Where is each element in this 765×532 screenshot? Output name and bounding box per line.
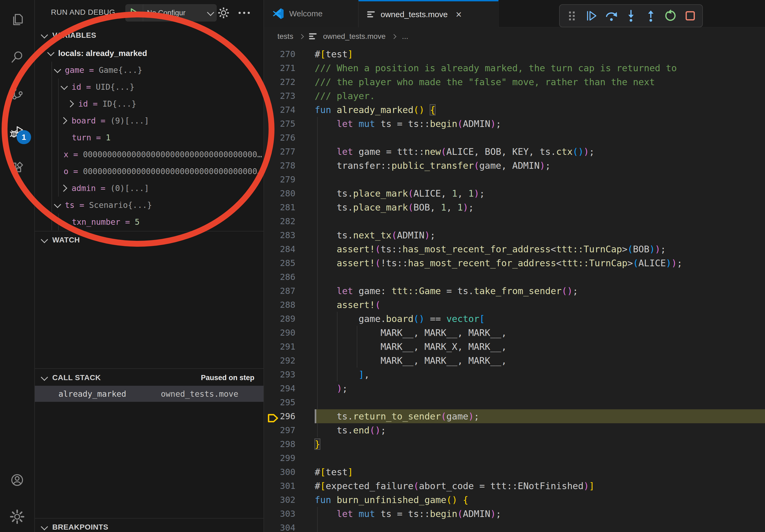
tab-owned-tests-move[interactable]: owned_tests.move×: [359, 0, 498, 27]
line-number[interactable]: 287: [264, 286, 315, 296]
close-icon[interactable]: ×: [456, 9, 461, 20]
line-number[interactable]: 280: [264, 188, 315, 198]
activity-search-icon[interactable]: [0, 42, 34, 72]
code-line-294[interactable]: 294 );: [264, 382, 765, 396]
activity-account-icon[interactable]: [0, 465, 34, 495]
line-number[interactable]: 302: [264, 495, 315, 505]
line-number[interactable]: 276: [264, 133, 315, 143]
variables-scope-row[interactable]: locals: already_marked: [35, 45, 264, 62]
code-line-303[interactable]: 303 let mut ts = ts::begin(ADMIN);: [264, 507, 765, 521]
variables-section-header[interactable]: VARIABLES: [35, 27, 264, 44]
line-number[interactable]: 282: [264, 216, 315, 226]
line-number[interactable]: 283: [264, 230, 315, 240]
code-line-276[interactable]: 276: [264, 131, 765, 145]
restart-button[interactable]: [663, 8, 678, 23]
step-into-button[interactable]: [623, 8, 638, 23]
code-editor[interactable]: 270#[test]271/// When a position is alre…: [264, 46, 765, 532]
line-number[interactable]: 270: [264, 49, 315, 59]
code-line-272[interactable]: 272/// the player who made the "false" m…: [264, 75, 765, 89]
code-line-304[interactable]: 304: [264, 521, 765, 532]
variable-row-o[interactable]: o = 000000000000000000000000000000000000…: [35, 163, 264, 180]
line-number[interactable]: 293: [264, 370, 315, 380]
line-number[interactable]: 299: [264, 453, 315, 463]
line-number[interactable]: 286: [264, 272, 315, 282]
line-number[interactable]: 291: [264, 342, 315, 352]
code-line-275[interactable]: 275 let mut ts = ts::begin(ADMIN);: [264, 117, 765, 131]
call-stack-frame[interactable]: already_markedowned_tests.move: [35, 386, 264, 402]
breadcrumb-item[interactable]: owned_tests.move: [323, 32, 385, 41]
more-actions-icon[interactable]: [237, 6, 251, 20]
code-line-302[interactable]: 302fun burn_unfinished_game() {: [264, 493, 765, 507]
tab-welcome[interactable]: Welcome: [264, 0, 359, 27]
line-number[interactable]: 275: [264, 119, 315, 129]
line-number[interactable]: 289: [264, 314, 315, 324]
step-over-button[interactable]: [604, 8, 619, 23]
code-line-284[interactable]: 284 assert!(ts::has_most_recent_for_addr…: [264, 242, 765, 256]
code-line-278[interactable]: 278 transfer::public_transfer(game, ADMI…: [264, 158, 765, 172]
code-line-292[interactable]: 292 MARK__, MARK__, MARK__,: [264, 354, 765, 368]
stop-button[interactable]: [683, 8, 698, 23]
activity-settings-icon[interactable]: [0, 502, 34, 531]
call-stack-section-header[interactable]: CALL STACK Paused on step: [35, 369, 264, 386]
line-number[interactable]: 292: [264, 356, 315, 366]
debug-config-dropdown[interactable]: No Configur: [143, 9, 204, 17]
code-line-273[interactable]: 273/// player.: [264, 89, 765, 103]
code-line-281[interactable]: 281 ts.place_mark(BOB, 1, 1);: [264, 200, 765, 214]
activity-explorer-icon[interactable]: [0, 5, 34, 34]
line-number[interactable]: 273: [264, 91, 315, 101]
code-line-282[interactable]: 282: [264, 214, 765, 228]
breadcrumb-item[interactable]: tests: [278, 32, 293, 41]
code-line-280[interactable]: 280 ts.place_mark(ALICE, 1, 1);: [264, 186, 765, 200]
line-number[interactable]: 298: [264, 439, 315, 449]
line-number[interactable]: 285: [264, 258, 315, 268]
line-number[interactable]: 301: [264, 481, 315, 491]
debug-settings-gear-icon[interactable]: [217, 6, 231, 20]
code-line-291[interactable]: 291 MARK__, MARK_X, MARK__,: [264, 340, 765, 354]
code-line-277[interactable]: 277 let game = ttt::new(ALICE, BOB, KEY,…: [264, 145, 765, 158]
activity-extensions-icon[interactable]: [0, 153, 34, 183]
line-number[interactable]: 304: [264, 523, 315, 532]
code-line-290[interactable]: 290 MARK__, MARK__, MARK__,: [264, 326, 765, 340]
line-number[interactable]: 288: [264, 300, 315, 310]
variable-row-id[interactable]: id = UID{...}: [35, 79, 264, 95]
line-number[interactable]: 284: [264, 244, 315, 254]
breadcrumb-item[interactable]: ...: [402, 32, 408, 41]
variable-row-ts[interactable]: ts = Scenario{...}: [35, 197, 264, 213]
code-line-279[interactable]: 279: [264, 172, 765, 186]
variable-row-x[interactable]: x = 000000000000000000000000000000000000…: [35, 146, 264, 163]
watch-section-header[interactable]: WATCH: [35, 231, 264, 249]
activity-source-control-icon[interactable]: [0, 79, 34, 108]
variable-row-board[interactable]: board = (9)[...]: [35, 112, 264, 129]
line-number[interactable]: 274: [264, 105, 315, 115]
line-number[interactable]: 272: [264, 77, 315, 87]
line-number[interactable]: 278: [264, 160, 315, 171]
code-line-271[interactable]: 271/// When a position is already marked…: [264, 61, 765, 75]
code-line-296[interactable]: 296 ts.return_to_sender(game);: [264, 409, 765, 423]
line-number[interactable]: 296: [264, 411, 315, 421]
code-line-288[interactable]: 288 assert!(: [264, 298, 765, 312]
code-line-299[interactable]: 299: [264, 451, 765, 465]
code-line-301[interactable]: 301#[expected_failure(abort_code = ttt::…: [264, 479, 765, 493]
drag-handle[interactable]: [564, 8, 579, 23]
code-line-287[interactable]: 287 let game: ttt::Game = ts.take_from_s…: [264, 284, 765, 298]
code-line-295[interactable]: 295: [264, 396, 765, 409]
line-number[interactable]: 295: [264, 397, 315, 407]
code-line-270[interactable]: 270#[test]: [264, 47, 765, 61]
code-line-300[interactable]: 300#[test]: [264, 465, 765, 479]
line-number[interactable]: 300: [264, 467, 315, 477]
step-out-button[interactable]: [643, 8, 658, 23]
line-number[interactable]: 303: [264, 509, 315, 519]
code-line-285[interactable]: 285 assert!(!ts::has_most_recent_for_add…: [264, 256, 765, 270]
line-number[interactable]: 279: [264, 174, 315, 184]
line-number[interactable]: 297: [264, 425, 315, 435]
code-line-283[interactable]: 283 ts.next_tx(ADMIN);: [264, 228, 765, 242]
line-number[interactable]: 290: [264, 328, 315, 338]
continue-button[interactable]: [584, 8, 599, 23]
debug-config-control[interactable]: No Configur: [125, 4, 217, 21]
variable-row-turn[interactable]: turn = 1: [35, 129, 264, 146]
variable-row-game[interactable]: game = Game{...}: [35, 62, 264, 79]
line-number[interactable]: 294: [264, 383, 315, 394]
code-line-297[interactable]: 297 ts.end();: [264, 423, 765, 437]
variable-row-admin[interactable]: admin = (0)[...]: [35, 180, 264, 197]
line-number[interactable]: 271: [264, 63, 315, 73]
